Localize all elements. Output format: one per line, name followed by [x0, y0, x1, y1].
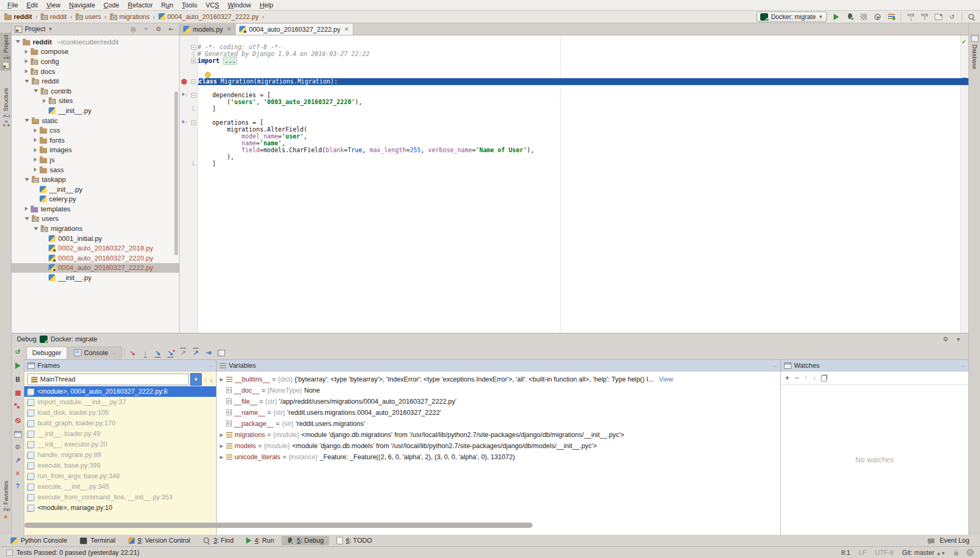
fold-marker-icon[interactable]: − — [191, 120, 196, 125]
lock-icon[interactable] — [954, 552, 958, 555]
menu-item-edit[interactable]: Edit — [22, 1, 42, 10]
smart-step-into-icon[interactable]: ↗ — [190, 349, 202, 357]
horizontal-scrollbar[interactable] — [24, 523, 533, 528]
tree-item-fonts[interactable]: fonts — [12, 135, 179, 145]
add-watch-icon[interactable]: + — [785, 374, 789, 382]
breadcrumb-item[interactable]: users — [74, 13, 102, 21]
expand-toggle-icon[interactable] — [43, 99, 46, 103]
close-icon[interactable]: × — [16, 470, 20, 477]
tree-item-contrib[interactable]: contrib — [12, 86, 179, 96]
expand-toggle-icon[interactable] — [25, 69, 28, 73]
tree-item-reddit[interactable]: reddit~/cookiecutter/reddit — [12, 37, 179, 47]
parameters-button[interactable] — [886, 12, 897, 22]
gear-icon[interactable]: ⚙ — [154, 25, 163, 33]
hide-panel-icon[interactable]: ⇤ — [166, 25, 176, 33]
variable-row[interactable]: ▶__doc__ = {NoneType} None — [217, 385, 780, 396]
menu-item-vcs[interactable]: VCS — [201, 1, 223, 10]
tree-item-0003-auto-20160327-2220-py[interactable]: 0003_auto_20160327_2220.py — [12, 253, 179, 263]
code-line[interactable]: ), — [180, 154, 968, 161]
menu-item-navigate[interactable]: Navigate — [65, 1, 99, 10]
help-icon[interactable]: ? — [16, 483, 20, 489]
tree-item-0004-auto-20160327-2222-py[interactable]: 0004_auto_20160327_2222.py — [12, 263, 179, 273]
breadcrumb-item[interactable]: migrations — [109, 13, 151, 21]
tree-item-reddit[interactable]: reddit — [12, 76, 179, 86]
highlighting-level-icon[interactable] — [967, 549, 974, 556]
vcs-update-icon[interactable]: VCS↓ — [907, 13, 914, 20]
tree-item-js[interactable]: js — [12, 155, 179, 165]
stack-frame[interactable]: import_module, __init__.py:37 — [24, 397, 216, 407]
menu-item-help[interactable]: Help — [255, 1, 277, 10]
locate-file-icon[interactable]: ◎ — [128, 25, 138, 33]
toolwindow-button-4-run[interactable]: 4: Run — [241, 536, 279, 545]
expand-toggle-icon[interactable] — [34, 89, 38, 92]
fold-marker-icon[interactable] — [193, 51, 194, 58]
rollback-icon[interactable]: ↺ — [949, 14, 955, 20]
mute-breakpoints-icon[interactable] — [15, 416, 21, 424]
expand-toggle-icon[interactable]: ▶ — [220, 432, 224, 438]
collapse-all-icon[interactable]: ÷ — [141, 25, 151, 33]
stack-frame[interactable]: build_graph, loader.py:170 — [24, 418, 216, 429]
run-to-cursor-icon[interactable]: ⇥ — [203, 349, 214, 357]
tool-button-structure[interactable]: 7: Structure — [0, 86, 12, 128]
expand-toggle-icon[interactable] — [34, 168, 37, 172]
menu-item-tools[interactable]: Tools — [178, 1, 201, 10]
stack-frame[interactable]: handle, migrate.py:89 — [24, 450, 216, 460]
expand-toggle-icon[interactable] — [25, 119, 29, 122]
line-ending-indicator[interactable]: LF — [859, 549, 867, 556]
tree-item-images[interactable]: images — [12, 145, 179, 155]
expand-toggle-icon[interactable] — [25, 59, 28, 63]
search-button[interactable] — [966, 12, 977, 22]
code-line[interactable]: ('users', '0003_auto_20160327_2220'), — [180, 99, 968, 106]
fold-marker-icon[interactable] — [193, 161, 195, 165]
tool-button-favorites[interactable]: 2: Favorites★ — [0, 479, 12, 522]
variable-row[interactable]: ▶__file__ = {str} '/app/reddit/users/mig… — [217, 396, 780, 407]
code-line[interactable]: field=models.CharField(blank=True, max_l… — [180, 147, 968, 154]
fold-marker-icon[interactable]: + — [191, 59, 196, 63]
toolwindow-button-9-version-control[interactable]: 9: Version Control — [123, 536, 195, 545]
fold-marker-icon[interactable]: − — [191, 79, 196, 84]
toolwindow-button-terminal[interactable]: Terminal — [74, 536, 120, 545]
tree-item--init-py[interactable]: __init__.py — [12, 106, 179, 116]
tree-item--init-py[interactable]: __init__.py — [12, 273, 179, 283]
up-watch-icon[interactable]: ↑ — [804, 374, 807, 382]
fold-marker-icon[interactable]: − — [191, 45, 196, 50]
code-line[interactable]: model_name='user', — [180, 133, 968, 140]
expand-toggle-icon[interactable] — [34, 227, 38, 230]
debug-button[interactable] — [845, 12, 855, 22]
git-branch-indicator[interactable]: Git: master ▲▼ — [902, 549, 946, 556]
tree-item-taskapp[interactable]: taskapp — [12, 174, 179, 184]
stop-icon[interactable] — [15, 389, 21, 396]
step-over-icon[interactable]: ↓ — [139, 349, 151, 357]
stack-frame[interactable]: run_from_argv, base.py:348 — [24, 471, 216, 481]
evaluate-icon[interactable] — [216, 349, 227, 357]
tree-item-sites[interactable]: sites — [12, 96, 179, 106]
variable-row[interactable]: ▶__builtins__ = {dict} {'bytearray': <ty… — [217, 374, 780, 385]
step-out-icon[interactable]: ↗ — [178, 349, 189, 357]
gutter-implements-icon[interactable]: ↑ — [182, 119, 188, 126]
tree-item-templates[interactable]: templates — [12, 204, 179, 214]
stack-frame[interactable]: <module>, 0004_auto_20160327_2222.py:8 — [24, 386, 216, 397]
gear-icon[interactable]: ⚙ — [941, 336, 950, 343]
stack-frame[interactable]: __init__, executor.py:20 — [24, 439, 216, 450]
tree-scrollbar[interactable] — [174, 91, 178, 255]
menu-item-view[interactable]: View — [42, 1, 65, 10]
project-view-selector[interactable]: Project ▼ — [15, 25, 53, 33]
vcs-update-button[interactable]: VCS↓ — [906, 12, 916, 22]
menu-item-file[interactable]: File — [3, 1, 22, 10]
tree-item-celery-py[interactable]: celery.py — [12, 194, 179, 204]
expand-toggle-icon[interactable] — [25, 80, 29, 83]
stack-frame[interactable]: execute, base.py:399 — [24, 460, 216, 471]
tool-button-project[interactable]: 1: Project — [0, 33, 12, 71]
event-log-button[interactable]: Event Log — [922, 536, 975, 545]
variable-row[interactable]: ▶unicode_literals = {instance} _Feature:… — [217, 451, 780, 462]
expand-toggle-icon[interactable] — [34, 148, 37, 152]
coverage-button[interactable] — [858, 12, 869, 22]
force-step-into-icon[interactable]: ↘ — [165, 349, 176, 357]
changes-button[interactable] — [933, 12, 944, 22]
close-tab-icon[interactable]: ✕ — [227, 26, 231, 33]
tree-item--init-py[interactable]: __init__.py — [12, 184, 179, 194]
expand-toggle-icon[interactable] — [25, 217, 29, 220]
code-editor[interactable]: ✔ −# -*- coding: utf-8 -*-# Generated by… — [180, 35, 968, 333]
view-breakpoints-icon[interactable] — [14, 403, 21, 410]
tree-item-users[interactable]: users — [12, 214, 179, 224]
